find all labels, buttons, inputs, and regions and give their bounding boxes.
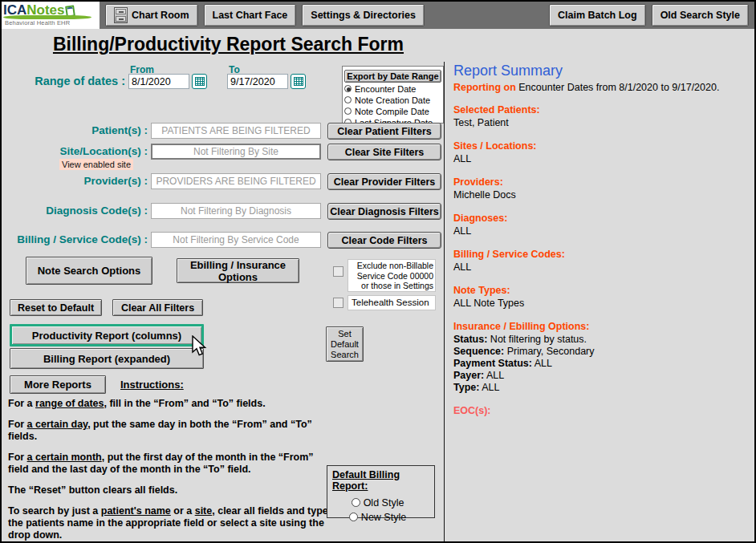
old-search-style-button[interactable]: Old Search Style <box>652 4 749 26</box>
instructions-heading: Instructions: <box>120 379 184 391</box>
summary-value: Test, Patient <box>453 117 752 129</box>
set-default-line: Search <box>331 350 359 359</box>
exclude-nonbillable-label: Exclude non-BillableService Code 00000or… <box>348 259 436 292</box>
telehealth-session-checkbox[interactable] <box>333 298 343 308</box>
billing-style-option-new-style[interactable]: New Style <box>332 510 423 524</box>
patients-input[interactable] <box>151 123 321 139</box>
icanotes-logo: ICANotes Behavioral Health EHR <box>2 2 100 29</box>
summary-section-sites-locations: Sites / Locations:ALL <box>453 140 752 165</box>
summary-heading: Insurance / Ebilling Options: <box>453 321 752 332</box>
report-summary-title: Report Summary <box>453 63 752 79</box>
summary-section-insurance-ebilling-options: Insurance / Ebilling Options:Status: Not… <box>453 321 752 394</box>
to-date-input[interactable] <box>227 74 288 89</box>
summary-value: Payer: ALL <box>453 370 752 382</box>
billing-report-search-window: ICANotes Behavioral Health EHR Chart Roo… <box>0 0 756 543</box>
site-location-label: Site/Location(s) : <box>2 145 148 157</box>
diagnosis-filter-row: Diagnosis Code(s) : Clear Diagnosis Filt… <box>2 203 444 222</box>
instruction-paragraph: For a certain month, put the first day o… <box>8 452 331 476</box>
reset-to-default-button[interactable]: Reset to Default <box>10 299 102 316</box>
summary-section-note-types: Note Types:ALL Note Types <box>453 285 752 310</box>
default-billing-report-panel: Default Billing Report: Old StyleNew Sty… <box>327 465 435 518</box>
patients-label: Patient(s) : <box>2 124 148 136</box>
summary-value: Michelle Docs <box>453 189 752 201</box>
summary-value: ALL <box>453 261 752 274</box>
instruction-paragraph: For a range of dates, fill in the “From”… <box>8 398 331 410</box>
set-default-search-button[interactable]: SetDefaultSearch <box>326 326 364 362</box>
diagnosis-codes-input[interactable] <box>151 203 321 219</box>
summary-heading: Billing / Service Codes: <box>453 249 752 260</box>
range-of-dates-label: Range of dates : <box>2 75 125 87</box>
page-title: Billing/Productivity Report Search Form <box>2 34 455 55</box>
summary-heading: Sites / Locations: <box>453 140 752 152</box>
chart-room-button[interactable]: Chart Room <box>105 4 198 26</box>
productivity-report-columns-button[interactable]: Productivity Report (columns) <box>10 324 204 346</box>
radio-encounter-date[interactable] <box>344 85 352 92</box>
radio-old-style[interactable] <box>352 498 360 507</box>
instructions-text: For a range of dates, fill in the “From”… <box>8 398 331 543</box>
clear-diagnosis-filters-button[interactable]: Clear Diagnosis Filters <box>327 203 441 220</box>
summary-value: Status: Not filtering by status. <box>453 334 752 346</box>
summary-section-billing-service-codes: Billing / Service Codes:ALL <box>453 249 752 274</box>
summary-sections: Selected Patients:Test, PatientSites / L… <box>453 104 752 416</box>
clear-provider-filters-button[interactable]: Clear Provider Filters <box>327 173 441 190</box>
export-by-date-range-button[interactable]: Export by Date Range <box>344 70 441 83</box>
export-date-type-radios: Encounter DateNote Creation DateNote Com… <box>344 83 441 128</box>
summary-value: ALL <box>453 225 752 237</box>
radio-note-compile-date[interactable] <box>344 107 352 115</box>
exclude-label-line: Exclude non-Billable <box>350 261 433 271</box>
providers-input[interactable] <box>151 173 321 189</box>
summary-heading: Note Types: <box>453 285 752 296</box>
site-location-input[interactable] <box>151 144 321 160</box>
ebilling-insurance-options-button[interactable]: Ebilling / Insurance Options <box>177 258 299 283</box>
summary-section-eoc-s: EOC(s): <box>453 405 752 416</box>
summary-heading: EOC(s): <box>453 405 752 416</box>
chart-room-label: Chart Room <box>132 10 189 21</box>
note-search-options-button[interactable]: Note Search Options <box>26 257 152 285</box>
summary-value: ALL <box>453 153 752 165</box>
to-calendar-button[interactable] <box>291 74 306 89</box>
clear-patient-filters-button[interactable]: Clear Patient Filters <box>327 123 441 140</box>
export-date-type-option-encounter-date[interactable]: Encounter Date <box>344 83 441 94</box>
more-reports-button[interactable]: More Reports <box>10 375 106 394</box>
set-default-line: Default <box>331 339 359 349</box>
summary-heading: Diagnoses: <box>453 213 752 224</box>
radio-label: New Style <box>361 512 406 523</box>
claim-batch-log-button[interactable]: Claim Batch Log <box>549 4 646 26</box>
from-calendar-button[interactable] <box>192 74 207 89</box>
export-date-type-option-note-creation-date[interactable]: Note Creation Date <box>344 95 441 105</box>
last-chart-face-button[interactable]: Last Chart Face <box>204 4 297 26</box>
patient-filter-row: Patient(s) : Clear Patient Filters <box>2 123 444 142</box>
summary-section-selected-patients: Selected Patients:Test, Patient <box>453 104 752 129</box>
top-toolbar: ICANotes Behavioral Health EHR Chart Roo… <box>2 2 754 29</box>
billing-report-expanded-button[interactable]: Billing Report (expanded) <box>10 348 204 369</box>
clear-code-filters-button[interactable]: Clear Code Filters <box>327 232 441 249</box>
billing-service-codes-label: Billing / Service Code(s) : <box>2 233 148 245</box>
instruction-paragraph: The “Reset” button clears all fields. <box>8 484 331 496</box>
exclude-nonbillable-checkbox[interactable] <box>333 266 343 277</box>
report-summary-panel: Report Summary Reporting on Encounter Da… <box>453 63 752 418</box>
radio-label: Old Style <box>364 497 404 509</box>
providers-label: Provider(s) : <box>2 175 148 187</box>
instruction-paragraph: To search by just a patient's name or a … <box>8 505 331 541</box>
settings-directories-button[interactable]: Settings & Directories <box>302 4 425 26</box>
summary-value: ALL Note Types <box>453 298 752 310</box>
billing-service-codes-input[interactable] <box>151 232 321 248</box>
summary-section-diagnoses: Diagnoses:ALL <box>453 213 752 237</box>
calendar-icon <box>294 77 303 86</box>
clear-all-filters-button[interactable]: Clear All Filters <box>112 299 203 316</box>
telehealth-session-label: Telehealth Session <box>348 295 436 310</box>
default-billing-report-title: Default Billing Report: <box>332 469 434 492</box>
clear-site-filters-button[interactable]: Clear Site Filters <box>327 144 441 160</box>
export-date-type-option-note-compile-date[interactable]: Note Compile Date <box>344 106 441 116</box>
vertical-divider <box>444 62 445 541</box>
export-by-date-range-panel: Export by Date Range Encounter DateNote … <box>342 66 444 124</box>
radio-label: Note Creation Date <box>355 95 430 105</box>
exclude-label-line: or those in Settings <box>350 281 433 291</box>
radio-new-style[interactable] <box>349 513 358 521</box>
from-date-input[interactable] <box>128 74 189 89</box>
radio-note-creation-date[interactable] <box>344 96 352 103</box>
radio-label: Encounter Date <box>355 84 416 94</box>
billing-style-option-old-style[interactable]: Old Style <box>332 496 423 509</box>
provider-filter-row: Provider(s) : Clear Provider Filters <box>2 173 444 192</box>
view-enabled-site-link[interactable]: View enabled site <box>59 159 133 170</box>
